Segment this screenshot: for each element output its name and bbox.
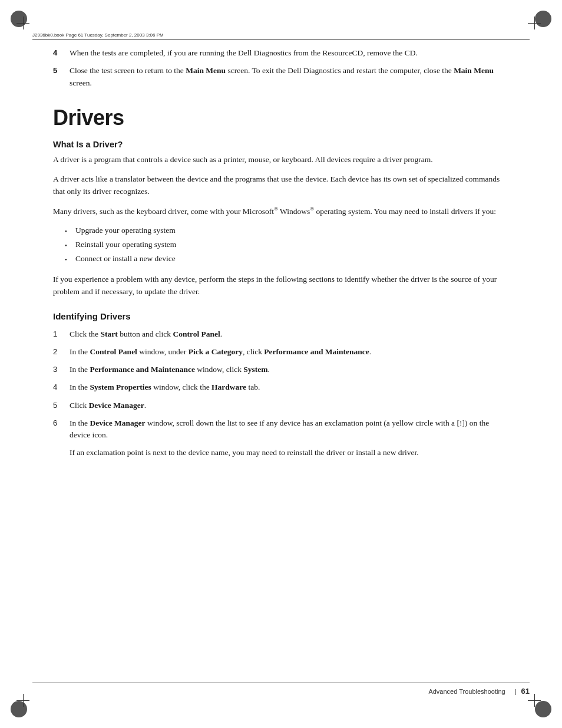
step-3-num: 3	[53, 364, 70, 375]
intro-item-4-number: 4	[53, 47, 70, 59]
step-6-num: 6	[53, 417, 70, 442]
step-5: 5 Click Device Manager.	[53, 400, 509, 411]
bullet-text-1: Upgrade your operating system	[75, 225, 176, 236]
intro-item-4: 4 When the tests are completed, if you a…	[53, 47, 509, 59]
para-driver-def2: A driver acts like a translator between …	[53, 173, 509, 198]
step-3-text: In the Performance and Maintenance windo…	[70, 364, 509, 375]
footer-separator: |	[515, 688, 517, 695]
step-4-num: 4	[53, 381, 70, 393]
step-4: 4 In the System Properties window, click…	[53, 381, 509, 393]
bullet-list: • Upgrade your operating system • Reinst…	[65, 225, 509, 265]
step-5-num: 5	[53, 400, 70, 411]
para-driver-def3: Many drivers, such as the keyboard drive…	[53, 205, 509, 218]
bullet-item-2: • Reinstall your operating system	[65, 239, 509, 251]
intro-item-5-text: Close the test screen to return to the M…	[70, 65, 509, 89]
crosshair-tr	[528, 17, 546, 34]
footer-page-number: 61	[521, 687, 530, 696]
crosshair-bl	[16, 694, 34, 711]
step-5-text: Click Device Manager.	[70, 400, 509, 411]
crosshair-tl	[16, 17, 34, 34]
bullet-text-2: Reinstall your operating system	[75, 239, 176, 251]
step-2: 2 In the Control Panel window, under Pic…	[53, 346, 509, 358]
step-1-text: Click the Start button and click Control…	[70, 328, 509, 340]
header-bar: J2936bk0.book Page 61 Tuesday, September…	[32, 32, 530, 40]
intro-item-4-text: When the tests are completed, if you are…	[70, 47, 509, 59]
intro-item-5-number: 5	[53, 65, 70, 89]
intro-item-5: 5 Close the test screen to return to the…	[53, 65, 509, 89]
para-driver-def1: A driver is a program that controls a de…	[53, 154, 509, 166]
step-2-text: In the Control Panel window, under Pick …	[70, 346, 509, 358]
bullet-dot-1: •	[65, 226, 75, 236]
crosshair-br	[528, 694, 546, 711]
bullet-item-3: • Connect or install a new device	[65, 253, 509, 265]
bullet-dot-3: •	[65, 255, 75, 265]
bullet-text-3: Connect or install a new device	[75, 253, 176, 265]
main-content: 4 When the tests are completed, if you a…	[53, 47, 509, 459]
bullet-dot-2: •	[65, 241, 75, 251]
bullet-item-1: • Upgrade your operating system	[65, 225, 509, 236]
step-6: 6 In the Device Manager window, scroll d…	[53, 417, 509, 442]
step-3: 3 In the Performance and Maintenance win…	[53, 364, 509, 375]
step-4-text: In the System Properties window, click t…	[70, 381, 509, 393]
subsection-heading-identifying: Identifying Drivers	[53, 311, 509, 321]
step-1-num: 1	[53, 328, 70, 340]
section-title-drivers: Drivers	[53, 106, 509, 130]
step-2-num: 2	[53, 346, 70, 358]
step-6-sub: If an exclamation point is next to the d…	[70, 447, 509, 459]
step-1: 1 Click the Start button and click Contr…	[53, 328, 509, 340]
sub-heading-what-is-driver: What Is a Driver?	[53, 140, 509, 149]
header-text: J2936bk0.book Page 61 Tuesday, September…	[32, 32, 164, 38]
footer-section-label: Advanced Troubleshooting	[428, 688, 505, 695]
para-driver-closing: If you experience a problem with any dev…	[53, 274, 509, 298]
footer: Advanced Troubleshooting | 61	[32, 683, 530, 696]
page: J2936bk0.book Page 61 Tuesday, September…	[0, 0, 562, 728]
step-6-text: In the Device Manager window, scroll dow…	[70, 417, 509, 442]
